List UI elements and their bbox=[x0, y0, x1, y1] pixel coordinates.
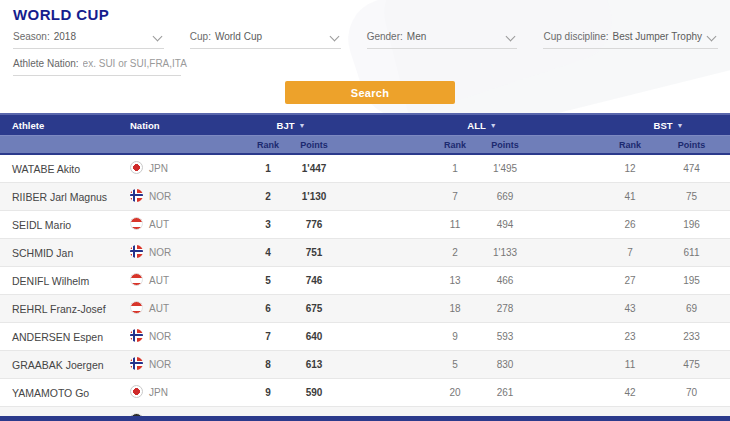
athlete-name[interactable]: GRAABAK Joergen bbox=[0, 351, 125, 379]
bjt-points-value: 1'447 bbox=[291, 154, 337, 183]
table-row: DENIFL WilhelmAUT57461346627195 bbox=[0, 267, 730, 295]
row-spacer bbox=[532, 183, 607, 211]
row-spacer bbox=[532, 211, 607, 239]
bst-points-value: 196 bbox=[653, 211, 730, 239]
all-rank-value: 11 bbox=[432, 211, 478, 239]
results-table: Athlete Nation BJT▼ ALL▼ BST▼ Rank Point… bbox=[0, 113, 730, 421]
bjt-points-value: 590 bbox=[291, 379, 337, 407]
all-points-value: 261 bbox=[478, 379, 532, 407]
all-points-header: Points bbox=[478, 136, 532, 155]
nation-code: NOR bbox=[149, 359, 171, 370]
row-spacer bbox=[337, 323, 432, 351]
bst-points-value: 70 bbox=[653, 379, 730, 407]
bjt-rank-value: 5 bbox=[245, 267, 291, 295]
bjt-rank-value: 9 bbox=[245, 379, 291, 407]
bjt-rank-value: 4 bbox=[245, 239, 291, 267]
athlete-name[interactable]: RIIBER Jarl Magnus bbox=[0, 183, 125, 211]
row-spacer bbox=[337, 267, 432, 295]
header-spacer bbox=[532, 114, 607, 136]
athlete-name[interactable]: DENIFL Wilhelm bbox=[0, 267, 125, 295]
table-subheader-row: Rank Points Rank Points Rank Points bbox=[0, 136, 730, 155]
nation-cell: AUT bbox=[125, 211, 245, 239]
athlete-name[interactable]: SEIDL Mario bbox=[0, 211, 125, 239]
flag-nor-icon bbox=[130, 329, 143, 342]
row-spacer bbox=[532, 267, 607, 295]
all-rank-value: 18 bbox=[432, 295, 478, 323]
row-spacer bbox=[532, 351, 607, 379]
subheader-spacer bbox=[337, 136, 432, 155]
all-rank-value: 1 bbox=[432, 154, 478, 183]
bst-sort-header[interactable]: BST▼ bbox=[607, 114, 730, 136]
sort-down-icon: ▼ bbox=[677, 122, 684, 129]
bjt-rank-value: 8 bbox=[245, 351, 291, 379]
all-rank-value: 9 bbox=[432, 323, 478, 351]
all-rank-value: 5 bbox=[432, 351, 478, 379]
table-row: SCHMID JanNOR475121'1337611 bbox=[0, 239, 730, 267]
table-row: RIIBER Jarl MagnusNOR21'13076694175 bbox=[0, 183, 730, 211]
all-points-value: 494 bbox=[478, 211, 532, 239]
bst-rank-value: 12 bbox=[607, 154, 653, 183]
search-button[interactable]: Search bbox=[285, 81, 455, 104]
all-rank-value: 13 bbox=[432, 267, 478, 295]
flag-nor-icon bbox=[130, 357, 143, 370]
bjt-points-value: 776 bbox=[291, 211, 337, 239]
bst-points-header: Points bbox=[653, 136, 730, 155]
nation-cell: NOR bbox=[125, 239, 245, 267]
subheader-spacer bbox=[0, 136, 125, 155]
row-spacer bbox=[337, 295, 432, 323]
bjt-rank-header: Rank bbox=[245, 136, 291, 155]
athlete-nation-field[interactable]: Athlete Nation: bbox=[13, 58, 181, 76]
nation-cell: NOR bbox=[125, 351, 245, 379]
athlete-column-header: Athlete bbox=[0, 114, 125, 136]
gender-select[interactable]: Gender:Men bbox=[367, 31, 518, 49]
row-spacer bbox=[337, 379, 432, 407]
nation-cell: AUT bbox=[125, 295, 245, 323]
all-sort-header[interactable]: ALL▼ bbox=[432, 114, 532, 136]
bst-points-value: 474 bbox=[653, 154, 730, 183]
athlete-name[interactable]: SCHMID Jan bbox=[0, 239, 125, 267]
bjt-points-value: 613 bbox=[291, 351, 337, 379]
bjt-points-value: 675 bbox=[291, 295, 337, 323]
athlete-name[interactable]: YAMAMOTO Go bbox=[0, 379, 125, 407]
cup-discipline-label: Cup discipline: bbox=[543, 31, 608, 42]
nation-code: NOR bbox=[149, 191, 171, 202]
nation-column-header: Nation bbox=[125, 114, 245, 136]
all-rank-header: Rank bbox=[432, 136, 478, 155]
all-group-label: ALL bbox=[467, 120, 485, 131]
all-rank-value: 20 bbox=[432, 379, 478, 407]
subheader-spacer bbox=[125, 136, 245, 155]
cup-discipline-select[interactable]: Cup discipline:Best Jumper Trophy bbox=[543, 31, 718, 49]
results-body: WATABE AkitoJPN11'44711'49512474RIIBER J… bbox=[0, 154, 730, 421]
bst-rank-value: 41 bbox=[607, 183, 653, 211]
bst-rank-value: 11 bbox=[607, 351, 653, 379]
row-spacer bbox=[337, 183, 432, 211]
nation-cell: JPN bbox=[125, 154, 245, 183]
bst-rank-value: 7 bbox=[607, 239, 653, 267]
season-select[interactable]: Season:2018 bbox=[13, 31, 164, 49]
bjt-sort-header[interactable]: BJT▼ bbox=[245, 114, 337, 136]
all-rank-value: 2 bbox=[432, 239, 478, 267]
cup-select[interactable]: Cup:World Cup bbox=[190, 31, 341, 49]
season-value: 2018 bbox=[54, 31, 76, 42]
table-row: YAMAMOTO GoJPN9590202614270 bbox=[0, 379, 730, 407]
row-spacer bbox=[532, 379, 607, 407]
chevron-down-icon bbox=[329, 32, 339, 42]
footer-bar bbox=[0, 416, 730, 421]
row-spacer bbox=[532, 239, 607, 267]
flag-jpn-icon bbox=[130, 161, 143, 174]
nation-code: AUT bbox=[149, 275, 169, 286]
header-spacer bbox=[337, 114, 432, 136]
athlete-name[interactable]: WATABE Akito bbox=[0, 154, 125, 183]
bst-rank-value: 42 bbox=[607, 379, 653, 407]
table-row: GRAABAK JoergenNOR8613583011475 bbox=[0, 351, 730, 379]
athlete-name[interactable]: ANDERSEN Espen bbox=[0, 323, 125, 351]
flag-nor-icon bbox=[130, 189, 143, 202]
row-spacer bbox=[337, 154, 432, 183]
sort-down-icon: ▼ bbox=[299, 122, 306, 129]
athlete-nation-input[interactable] bbox=[83, 58, 193, 69]
all-points-value: 466 bbox=[478, 267, 532, 295]
cup-value: World Cup bbox=[215, 31, 262, 42]
bjt-rank-value: 7 bbox=[245, 323, 291, 351]
athlete-name[interactable]: REHRL Franz-Josef bbox=[0, 295, 125, 323]
athlete-nation-label: Athlete Nation: bbox=[13, 58, 79, 69]
